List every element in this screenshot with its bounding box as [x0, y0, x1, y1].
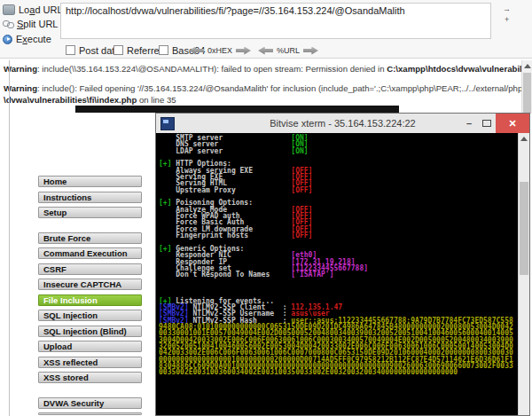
load-url-icon — [3, 4, 15, 15]
referrer-label: Referrer — [127, 45, 162, 56]
execute-icon — [3, 35, 12, 44]
terminal-body: SMTP server [ON] DNS server [ON] LDAP se… — [156, 133, 529, 415]
referrer-checkbox[interactable]: Referrer — [113, 44, 162, 56]
php-warning-line: Warning: include(): Failed opening '//35… — [0, 83, 532, 93]
terminal-line — [159, 285, 516, 291]
maximize-icon — [482, 120, 491, 127]
sidebar-group-gap — [38, 223, 142, 232]
clipped-toolbar-icon[interactable]: → — [503, 5, 511, 13]
sidebar-item-xss-stored[interactable]: XSS stored — [38, 372, 142, 383]
terminal-line: Don't Respond To Names ['ISATAP'] — [159, 271, 516, 278]
scroll-up-icon[interactable] — [524, 64, 531, 68]
sidebar-item-dvwa-security[interactable]: DVWA Security — [38, 397, 142, 409]
php-warnings: Warning: include(\\35.164.153.224\@OSAND… — [0, 60, 532, 105]
sidebar-item-brute-force[interactable]: Brute Force — [38, 232, 142, 244]
terminal-scrollbar-thumb[interactable] — [520, 182, 528, 275]
terminal-output: SMTP server [ON] DNS server [ON] LDAP se… — [159, 135, 516, 376]
terminal-line — [159, 279, 516, 285]
dvwa-sidebar: HomeInstructionsSetupBrute ForceCommand … — [38, 176, 142, 415]
sidebar-item-sql-injection-blind-[interactable]: SQL Injection (Blind) — [38, 326, 142, 337]
window-controls: – ✕ — [460, 114, 529, 133]
base64-checkbox-input[interactable] — [159, 45, 168, 55]
post-data-checkbox-input[interactable] — [66, 45, 75, 55]
clipped-toolbar-icon[interactable]: + — [505, 16, 509, 24]
terminal-titlebar[interactable]: Bitvise xterm - 35.164.153.224:22 – ✕ — [156, 114, 529, 133]
sidebar-item-command-execution[interactable]: Command Execution — [38, 247, 142, 259]
url-encoder-group: %URL — [258, 45, 318, 56]
url-encode-label: %URL — [277, 46, 300, 55]
maximize-button[interactable] — [478, 114, 496, 133]
sidebar-item-xss-reflected[interactable]: XSS reflected — [38, 357, 142, 368]
split-url-icon — [3, 20, 13, 28]
php-warning-line: \dvwa\vulnerabilities\fi\index.php on li… — [0, 95, 532, 105]
sidebar-item-upload[interactable]: Upload — [38, 341, 142, 352]
load-url-button[interactable]: Load URL — [3, 4, 63, 16]
sidebar-item-setup[interactable]: Setup — [38, 207, 142, 218]
sidebar-item-instructions[interactable]: Instructions — [38, 192, 142, 203]
sidebar-item-clipped[interactable] — [38, 412, 142, 415]
bitvise-xterm-window: Bitvise xterm - 35.164.153.224:22 – ✕ SM… — [155, 113, 530, 416]
terminal-line: Upstream Proxy [OFF] — [159, 187, 516, 193]
url-decode-arrow-icon[interactable] — [258, 47, 273, 55]
php-warning-line: Warning: include(\\35.164.153.224\@OSAND… — [0, 64, 532, 74]
terminal-line: Fingerprint hosts [OFF] — [159, 232, 516, 239]
terminal-scrollbar[interactable] — [518, 133, 529, 415]
browser-scrollbar[interactable] — [521, 60, 532, 114]
load-url-label: Load URL — [19, 4, 63, 15]
terminal-scroll-up-icon[interactable] — [520, 137, 528, 141]
hex-encode-arrow-icon[interactable] — [236, 47, 251, 55]
hex-encoder-group: 0xHEX — [189, 45, 251, 56]
close-button[interactable]: ✕ — [496, 114, 529, 133]
sidebar-item-file-inclusion[interactable]: File Inclusion — [38, 294, 142, 306]
sidebar-item-insecure-captcha[interactable]: Insecure CAPTCHA — [38, 279, 142, 290]
sidebar-item-home[interactable]: Home — [38, 176, 142, 187]
url-encode-arrow-icon[interactable] — [303, 47, 318, 55]
execute-button[interactable]: Execute — [3, 33, 51, 45]
post-data-checkbox[interactable]: Post data — [66, 44, 120, 56]
hex-decode-arrow-icon[interactable] — [189, 47, 204, 55]
browser-scrollbar-thumb[interactable] — [523, 73, 531, 114]
sidebar-group-gap — [38, 388, 142, 397]
terminal-line: [SMBv2] NTLMv2-SSP Hash : user::asus:112… — [159, 318, 516, 376]
terminal-line: LDAP server [ON] — [159, 148, 516, 154]
referrer-checkbox-input[interactable] — [113, 45, 123, 55]
hex-label: 0xHEX — [207, 46, 232, 55]
sidebar-item-sql-injection[interactable]: SQL Injection — [38, 310, 142, 321]
hackbar-toolbar: Load URL Split URL Execute http://localh… — [0, 0, 532, 59]
page-left-rule — [9, 60, 10, 416]
minimize-button[interactable]: – — [460, 114, 478, 133]
split-url-button[interactable]: Split URL — [3, 18, 58, 30]
execute-label: Execute — [16, 34, 51, 44]
url-input[interactable]: http://localhost/dvwa/vulnerabilities/fi… — [60, 3, 491, 39]
sidebar-item-csrf[interactable]: CSRF — [38, 263, 142, 275]
dvwa-content-strip — [75, 106, 399, 113]
split-url-label: Split URL — [17, 19, 58, 29]
